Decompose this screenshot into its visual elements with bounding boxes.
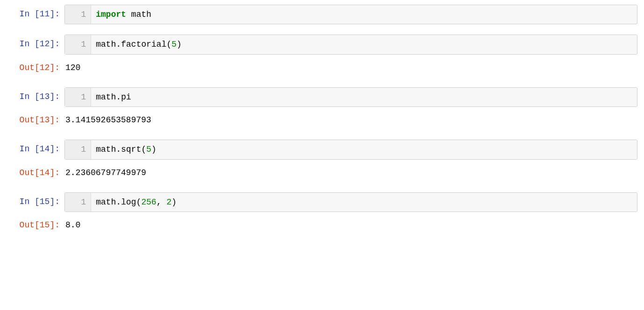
cell-gap: [7, 28, 637, 35]
out-prompt: Out[14]:: [7, 163, 64, 182]
output-text: 3.141592653589793: [64, 111, 637, 129]
cell-gap: [7, 81, 637, 87]
code-input-area[interactable]: 1math.sqrt(5): [64, 140, 637, 159]
in-prompt: In [11]:: [7, 5, 64, 23]
input-cell: In [14]:1math.sqrt(5): [7, 140, 637, 159]
input-cell: In [11]:1import math: [7, 5, 637, 24]
line-number-gutter: 1: [65, 88, 91, 106]
code-content[interactable]: math.factorial(5): [91, 35, 637, 54]
code-input-area[interactable]: 1math.factorial(5): [64, 35, 637, 54]
in-prompt: In [13]:: [7, 87, 64, 106]
cell-gap: [7, 186, 637, 192]
in-prompt: In [14]:: [7, 140, 64, 158]
cell-gap: [7, 133, 637, 140]
output-text: 120: [64, 58, 637, 77]
output-cell: Out[15]:8.0: [7, 216, 637, 234]
output-text: 8.0: [64, 216, 637, 234]
output-cell: Out[12]:120: [7, 58, 637, 77]
input-cell: In [15]:1math.log(256, 2): [7, 192, 637, 212]
input-cell: In [13]:1math.pi: [7, 87, 637, 107]
code-content[interactable]: import math: [91, 5, 637, 24]
code-input-area[interactable]: 1math.log(256, 2): [64, 192, 637, 212]
input-cell: In [12]:1math.factorial(5): [7, 35, 637, 54]
line-number-gutter: 1: [65, 140, 91, 159]
in-prompt: In [15]:: [7, 192, 64, 211]
line-number-gutter: 1: [65, 5, 91, 24]
output-cell: Out[14]:2.23606797749979: [7, 163, 637, 182]
out-prompt: Out[15]:: [7, 216, 64, 234]
out-prompt: Out[13]:: [7, 111, 64, 129]
code-content[interactable]: math.log(256, 2): [91, 193, 637, 211]
out-prompt: Out[12]:: [7, 58, 64, 77]
code-content[interactable]: math.pi: [91, 88, 637, 106]
output-cell: Out[13]:3.141592653589793: [7, 111, 637, 129]
line-number-gutter: 1: [65, 35, 91, 54]
line-number-gutter: 1: [65, 193, 91, 211]
output-text: 2.23606797749979: [64, 163, 637, 182]
code-content[interactable]: math.sqrt(5): [91, 140, 637, 159]
in-prompt: In [12]:: [7, 35, 64, 53]
code-input-area[interactable]: 1import math: [64, 5, 637, 24]
notebook-container: In [11]:1import mathIn [12]:1math.factor…: [7, 5, 637, 235]
code-input-area[interactable]: 1math.pi: [64, 87, 637, 107]
